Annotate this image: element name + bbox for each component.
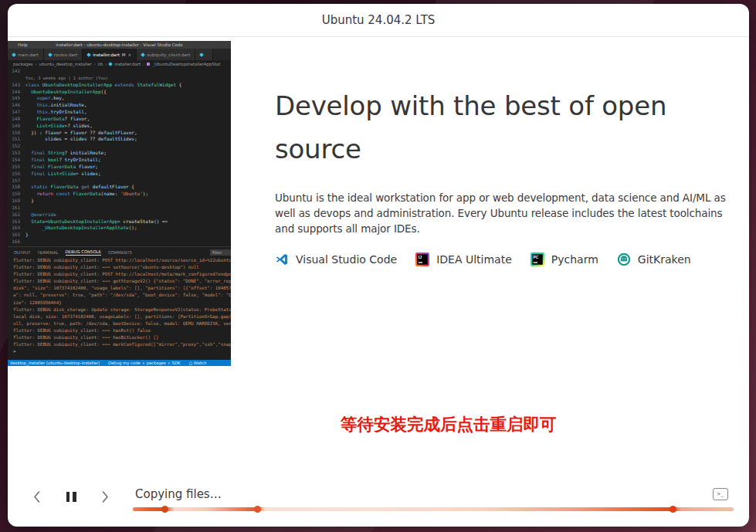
console-line: flutter: DEBUG subiquity_client: POST ht… (8, 271, 231, 278)
vscode-tab: routes.dart (44, 49, 83, 60)
code-line: 148 FlavorData? flavor, (8, 116, 231, 123)
terminal-icon: >_ (717, 491, 724, 497)
terminal-toggle-button[interactable]: >_ (713, 488, 728, 500)
console-line: flutter: DEBUG subiquity_client: === get… (8, 278, 231, 285)
vscode-editor: 142You, 3 weeks ago | 1 author (You)143c… (8, 68, 231, 246)
vscode-debug-console: flutter: DEBUG subiquity_client: POST ht… (8, 257, 231, 356)
chevron-left-icon (32, 490, 42, 507)
code-line: 154 final bool? tryOrInstall; (8, 157, 231, 164)
ide-logo-label: Visual Studio Code (296, 253, 397, 266)
panel-tab: DEBUG CONSOLE (66, 249, 101, 256)
console-line: disk", "size": 107374182400, "usage_labe… (8, 285, 231, 292)
code-line: 146 this.initialRoute, (8, 102, 231, 109)
vscode-tab: subiquity_client.dart (137, 49, 195, 60)
code-line: 162 @override (8, 212, 231, 219)
ide-logo-item: PCPycharm (531, 252, 598, 266)
symbol-class-icon (147, 63, 150, 66)
install-status-label: Copying files… (135, 487, 222, 501)
pause-icon (66, 492, 70, 502)
progress-dot (670, 506, 676, 513)
window-title: Ubuntu 24.04.2 LTS (322, 13, 436, 27)
vscode-titlebar: Help installer.dart - ubuntu-desktop-ins… (8, 41, 231, 49)
code-line: You, 3 weeks ago | 1 author (You) (8, 75, 231, 82)
installer-window: Ubuntu 24.04.2 LTS Help installer.dart -… (8, 4, 749, 527)
console-line: flutter: DEBUG subiquity_client: === has… (8, 327, 231, 334)
console-line: flutter: DEBUG subiquity_client: === set… (8, 264, 231, 271)
intellij-idea-icon: IJ (415, 252, 429, 266)
ide-logo-label: GitKraken (638, 253, 691, 266)
dart-file-icon (86, 53, 91, 57)
code-line: 145 super.key, (8, 95, 231, 102)
vscode-tab: installer.dartM× (83, 49, 137, 60)
console-line: > (8, 348, 231, 355)
vscode-tab-bar: main.dartroutes.dartinstaller.dartM×subi… (8, 49, 231, 60)
code-line: 149 List<Slide>? slides, (8, 123, 231, 130)
code-line: 152 (8, 143, 231, 150)
console-line: flutter: DEBUG subiquity_client: POST ht… (8, 257, 231, 264)
vscode-help-menu: Help (18, 42, 28, 47)
restart-annotation: 等待安装完成后点击重启即可 (341, 413, 557, 435)
console-line: flutter: DEBUG subiquity_client: === mar… (8, 341, 231, 348)
ide-logo-label: IDEA Ultimate (436, 253, 512, 266)
vscode-filter-box: Filter (210, 249, 231, 256)
panel-tab: OUTPUT (14, 250, 31, 255)
console-line: flutter: DEBUG subiquity_client: === has… (8, 334, 231, 341)
code-line: 155 final FlavorData flavor; (8, 164, 231, 171)
pycharm-icon: PC (531, 252, 544, 266)
close-icon: × (128, 53, 132, 57)
code-line: 158 static FlavorData get defaultFlavor … (8, 184, 231, 191)
dart-file-icon (141, 53, 145, 57)
code-line: 143class UbuntuDesktopInstallerApp exten… (8, 82, 231, 89)
status-item: Debug my code + packages + SDK (108, 361, 181, 365)
vscode-status-bar: desktop_installer (ubuntu-desktop-instal… (8, 360, 231, 366)
vscode-screenshot: Help installer.dart - ubuntu-desktop-ins… (8, 41, 231, 366)
code-line: 164 _UbuntuDesktopInstallerAppState(); (8, 225, 231, 232)
console-line: a": null, "preserve": true, "path": "/de… (8, 292, 231, 299)
pause-slideshow-button[interactable] (65, 490, 77, 503)
chevron-right-icon (100, 490, 110, 507)
slide-heading: Develop with the best of open source (275, 84, 738, 171)
panel-tab: COMMENTS (108, 250, 132, 255)
dart-file-icon (48, 53, 53, 57)
progress-dot (161, 506, 168, 513)
code-line: 166 (8, 239, 231, 246)
previous-slide-button[interactable] (31, 491, 43, 505)
vscode-tab: main.dart (8, 49, 44, 60)
ide-logo-row: Visual Studio CodeIJIDEA UltimatePCPycha… (275, 252, 691, 266)
code-line: 153 final String? initialRoute; (8, 150, 231, 157)
status-item: ○ Watch (189, 361, 207, 365)
ide-logo-label: Pycharm (551, 253, 598, 266)
vscode-tab (195, 49, 213, 60)
console-line: ize": 12885950464} (8, 300, 231, 307)
next-slide-button[interactable] (99, 491, 111, 505)
vscode-window-title: installer.dart - ubuntu-desktop-installe… (8, 42, 231, 47)
console-line: flutter: DEBUG disk_storage: Update stor… (8, 307, 231, 313)
ide-logo-item: GitKraken (617, 252, 691, 266)
code-line: 163 State<UbuntuDesktopInstallerApp> cre… (8, 219, 231, 225)
code-line: 144 UbuntuDesktopInstallerApp({ (8, 89, 231, 96)
code-line: 161 (8, 205, 231, 212)
slide-body-text: Ubuntu is the ideal workstation for app … (275, 190, 732, 236)
progress-dot (254, 506, 261, 513)
status-item: desktop_installer (ubuntu-desktop-instal… (10, 361, 100, 365)
vscode-panel-tabs: OUTPUTTERMINALDEBUG CONSOLECOMMENTSFilte… (8, 246, 231, 257)
svg-text:IJ: IJ (419, 255, 422, 259)
svg-text:PC: PC (533, 256, 538, 259)
vscode-breadcrumb: packages›ubuntu_desktop_installer›lib›in… (8, 60, 231, 68)
code-line: 165} (8, 232, 231, 239)
dart-file-icon (200, 53, 205, 57)
code-line: 156 final List<Slide> slides; (8, 171, 231, 178)
ide-logo-item: IJIDEA Ultimate (415, 252, 512, 266)
console-line: ull, preserve: true, path: /dev/sda, boo… (8, 320, 231, 327)
code-line: 150 }) : flavor = flavor ?? defaultFlavo… (8, 130, 231, 137)
gitkraken-icon (617, 252, 631, 266)
code-line: 151 slides = slides ?? defaultSlides; (8, 136, 231, 143)
install-progress-bar (133, 507, 734, 511)
code-line: 159 return const FlavorData(name: 'Ubunt… (8, 191, 231, 198)
ide-logo-item: Visual Studio Code (275, 252, 397, 266)
dart-file-icon (12, 53, 16, 57)
code-line: 160 } (8, 198, 231, 205)
panel-tab: TERMINAL (38, 250, 59, 255)
desktop: { "header": { "title": "Ubuntu 24.04.2 L… (0, 0, 756, 532)
dart-file-icon (108, 62, 113, 66)
